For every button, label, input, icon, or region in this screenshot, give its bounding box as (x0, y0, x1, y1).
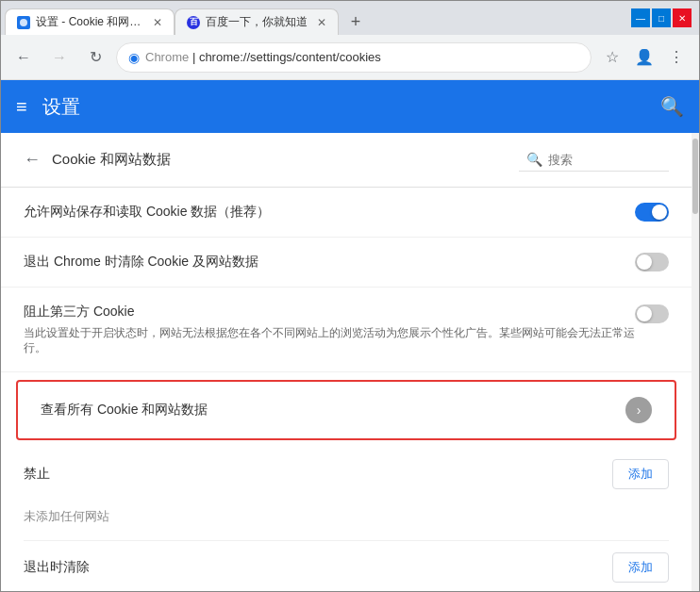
tab-settings-icon (17, 16, 30, 29)
profile-button[interactable]: 👤 (629, 42, 659, 73)
block-section-header: 禁止 添加 (1, 448, 692, 501)
tab-baidu-label: 百度一下，你就知道 (206, 14, 308, 30)
search-box[interactable]: 🔍 (519, 148, 669, 172)
search-input[interactable] (548, 153, 661, 167)
appbar-search-icon[interactable]: 🔍 (660, 95, 684, 118)
main-content: ← Cookie 和网站数据 🔍 允许网站保存和读取 Cookie 数据（推荐）… (1, 133, 692, 591)
scrollbar[interactable] (692, 133, 699, 591)
app-title: 设置 (42, 94, 645, 120)
block-third-party-item: 阻止第三方 Cookie 当此设置处于开启状态时，网站无法根据您在各个不同网站上… (1, 288, 692, 372)
block-add-button[interactable]: 添加 (612, 459, 669, 489)
content-area: ← Cookie 和网站数据 🔍 允许网站保存和读取 Cookie 数据（推荐）… (1, 133, 699, 591)
address-icon: ◉ (128, 50, 140, 65)
tab-settings-label: 设置 - Cookie 和网站数据 (36, 14, 143, 30)
tab-settings[interactable]: 设置 - Cookie 和网站数据 ✕ (5, 8, 175, 35)
minimize-button[interactable]: — (631, 8, 650, 27)
clear-on-exit-add-button[interactable]: 添加 (612, 552, 669, 583)
view-all-arrow: › (625, 397, 652, 423)
close-button[interactable]: ✕ (673, 8, 692, 27)
tab-baidu-icon: 百 (187, 16, 200, 29)
tab-baidu[interactable]: 百 百度一下，你就知道 ✕ (175, 8, 339, 35)
clear-on-exit-slider[interactable] (635, 253, 669, 271)
block-section-label: 禁止 (24, 466, 612, 483)
allow-cookies-toggle[interactable] (635, 203, 669, 222)
block-third-party-toggle[interactable] (635, 304, 669, 323)
window-frame: 设置 - Cookie 和网站数据 ✕ 百 百度一下，你就知道 ✕ + — □ … (0, 0, 700, 592)
clear-on-exit-item: 退出 Chrome 时清除 Cookie 及网站数据 (1, 238, 692, 288)
back-button[interactable]: ← (8, 42, 39, 73)
allow-cookies-item: 允许网站保存和读取 Cookie 数据（推荐） (1, 188, 692, 238)
clear-on-exit-section-label: 退出时清除 (24, 559, 612, 576)
page-title: Cookie 和网站数据 (52, 151, 508, 169)
forward-button: → (44, 42, 75, 73)
clear-on-exit-section-header: 退出时清除 添加 (1, 541, 692, 591)
allow-cookies-label: 允许网站保存和读取 Cookie 数据（推荐） (24, 203, 635, 222)
view-all-cookies-row[interactable]: 查看所有 Cookie 和网站数据 › (16, 380, 676, 440)
window-controls: — □ ✕ (631, 8, 699, 27)
menu-button[interactable]: ⋮ (661, 42, 692, 73)
bookmark-button[interactable]: ☆ (597, 42, 627, 73)
address-text: Chrome | chrome://settings/content/cooki… (145, 50, 579, 64)
hamburger-icon[interactable]: ≡ (16, 96, 27, 118)
nav-bar: ← → ↻ ◉ Chrome | chrome://settings/conte… (1, 35, 699, 80)
tab-baidu-close[interactable]: ✕ (317, 17, 326, 28)
block-third-party-text: 阻止第三方 Cookie 当此设置处于开启状态时，网站无法根据您在各个不同网站上… (24, 303, 635, 356)
clear-on-exit-toggle[interactable] (635, 253, 669, 271)
block-third-party-slider[interactable] (635, 304, 669, 323)
reload-button[interactable]: ↻ (80, 42, 110, 73)
address-bar[interactable]: ◉ Chrome | chrome://settings/content/coo… (116, 42, 592, 73)
tabs-container: 设置 - Cookie 和网站数据 ✕ 百 百度一下，你就知道 ✕ + (1, 1, 631, 35)
maximize-button[interactable]: □ (652, 8, 671, 27)
block-empty-message: 未添加任何网站 (1, 501, 692, 540)
title-bar: 设置 - Cookie 和网站数据 ✕ 百 百度一下，你就知道 ✕ + — □ … (1, 1, 699, 35)
nav-right-icons: ☆ 👤 ⋮ (597, 42, 692, 73)
allow-cookies-slider[interactable] (635, 203, 669, 222)
tab-settings-close[interactable]: ✕ (153, 17, 162, 28)
page-back-button[interactable]: ← (24, 150, 41, 170)
view-all-cookies-label: 查看所有 Cookie 和网站数据 (41, 402, 625, 419)
scrollbar-thumb[interactable] (692, 139, 698, 214)
svg-point-0 (20, 19, 27, 26)
app-bar: ≡ 设置 🔍 (1, 80, 699, 133)
new-tab-button[interactable]: + (342, 8, 369, 35)
search-box-icon: 🔍 (526, 152, 542, 167)
clear-on-exit-label: 退出 Chrome 时清除 Cookie 及网站数据 (24, 253, 635, 271)
settings-header: ← Cookie 和网站数据 🔍 (1, 133, 692, 188)
